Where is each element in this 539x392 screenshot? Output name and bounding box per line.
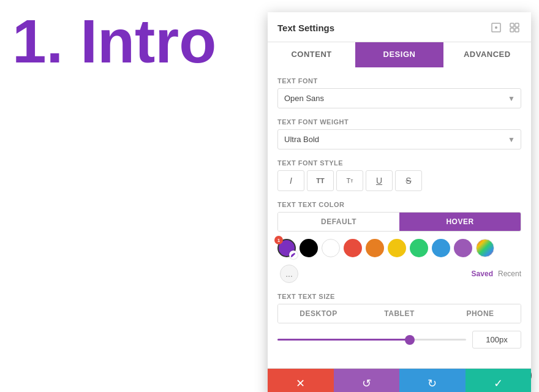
color-tab-default[interactable]: Default <box>278 213 399 231</box>
svg-rect-3 <box>515 23 519 27</box>
svg-rect-2 <box>510 23 514 27</box>
slider-container <box>277 339 466 341</box>
slider-value-input[interactable]: 100px <box>472 331 521 349</box>
panel-header-icons <box>489 21 521 42</box>
text-font-weight-label: Text Font Weight <box>277 118 521 126</box>
color-palette: 1 <box>277 239 521 257</box>
uppercase-button[interactable]: TT <box>307 170 334 191</box>
device-tabs: Desktop Tablet Phone <box>277 304 521 323</box>
strikethrough-button[interactable]: S <box>395 170 422 191</box>
color-saved-recent: Saved Recent <box>472 270 521 278</box>
color-swatch-orange[interactable] <box>366 239 384 257</box>
tab-content[interactable]: Content <box>268 42 355 67</box>
text-font-weight-group: Text Font Weight Ultra Bold Bold Regular… <box>277 118 521 149</box>
resize-icon[interactable] <box>489 21 503 34</box>
active-color-swatch[interactable]: 1 <box>277 239 296 257</box>
text-size-group: Text Text Size Desktop Tablet Phone 100p… <box>277 293 521 349</box>
capitalize-button[interactable]: Tт <box>336 170 363 191</box>
color-swatch-red[interactable] <box>344 239 362 257</box>
tab-advanced[interactable]: Advanced <box>443 42 531 67</box>
svg-rect-4 <box>510 28 514 32</box>
color-tab-hover[interactable]: Hover <box>399 213 521 231</box>
color-swatch-black[interactable] <box>300 239 318 257</box>
text-settings-panel: Text Settings Content Design Advanced <box>268 12 531 392</box>
tab-design[interactable]: Design <box>355 42 443 67</box>
color-swatch-green[interactable] <box>410 239 428 257</box>
underline-button[interactable]: U <box>366 170 393 191</box>
device-tab-tablet[interactable]: Tablet <box>359 304 440 323</box>
slider-row: 100px <box>277 331 521 349</box>
background-title: 1. Intro <box>12 6 216 77</box>
text-size-label: Text Text Size <box>277 293 521 300</box>
text-color-label: Text Text Color <box>277 201 521 208</box>
text-font-style-label: Text Font Style <box>277 159 521 167</box>
device-tab-phone[interactable]: Phone <box>440 304 521 323</box>
save-button[interactable]: ✓ <box>466 369 532 392</box>
color-swatch-yellow[interactable] <box>388 239 406 257</box>
redo-button[interactable]: ↻ <box>399 369 466 392</box>
cancel-button[interactable]: ✕ <box>268 369 334 392</box>
reset-button[interactable]: ↺ <box>334 369 400 392</box>
text-font-weight-select[interactable]: Ultra Bold Bold Regular Light <box>277 129 521 149</box>
text-font-group: Text Font Open Sans Arial Georgia ▼ <box>277 77 521 108</box>
color-recent-link[interactable]: Recent <box>498 270 521 278</box>
panel-body: Text Font Open Sans Arial Georgia ▼ Text… <box>268 67 531 368</box>
slider-track <box>277 339 466 341</box>
color-swatch-purple[interactable] <box>454 239 472 257</box>
svg-rect-5 <box>515 28 519 32</box>
color-swatch-gradient[interactable] <box>476 239 494 257</box>
bottom-toolbar: ✕ ↺ ↻ ✓ <box>268 368 531 392</box>
slider-fill <box>277 339 410 341</box>
color-palette-footer: ... Saved Recent <box>277 262 521 283</box>
svg-point-1 <box>495 26 497 29</box>
text-color-group: Text Text Color Default Hover 1 <box>277 201 521 283</box>
color-swatch-white[interactable] <box>322 239 340 257</box>
color-saved-link[interactable]: Saved <box>472 270 493 278</box>
text-font-style-group: Text Font Style I TT Tт U S <box>277 159 521 191</box>
italic-button[interactable]: I <box>277 170 304 191</box>
color-more-button[interactable]: ... <box>280 265 298 283</box>
text-font-select-wrapper: Open Sans Arial Georgia ▼ <box>277 88 521 108</box>
panel-title: Text Settings <box>277 23 334 40</box>
color-state-tabs: Default Hover <box>277 212 521 232</box>
text-font-weight-select-wrapper: Ultra Bold Bold Regular Light ▼ <box>277 129 521 149</box>
text-font-label: Text Font <box>277 77 521 85</box>
tab-bar: Content Design Advanced <box>268 42 531 67</box>
font-style-buttons: I TT Tт U S <box>277 170 521 191</box>
device-tab-desktop[interactable]: Desktop <box>278 304 359 323</box>
text-font-select[interactable]: Open Sans Arial Georgia <box>277 88 521 108</box>
slider-thumb[interactable] <box>405 335 415 345</box>
color-swatch-blue[interactable] <box>432 239 450 257</box>
panel-header: Text Settings <box>268 12 531 42</box>
layout-icon[interactable] <box>508 21 521 34</box>
